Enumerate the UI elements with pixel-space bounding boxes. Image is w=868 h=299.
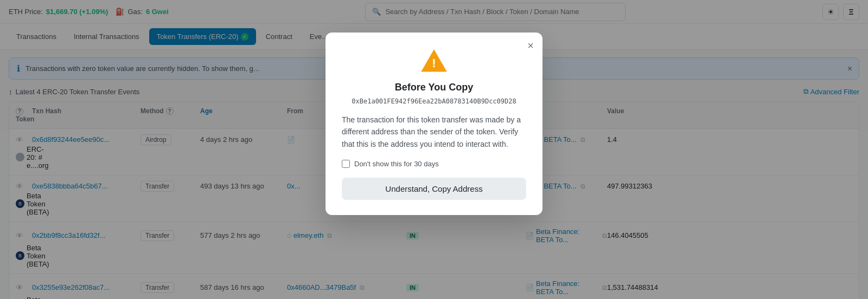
modal-overlay: × ! Before You Copy 0xBe1a001FE942f96Eea… — [0, 0, 868, 299]
modal-close-button[interactable]: × — [527, 40, 534, 51]
warning-icon-container: ! — [342, 49, 526, 74]
copy-warning-modal: × ! Before You Copy 0xBe1a001FE942f96Eea… — [326, 32, 542, 215]
dont-show-checkbox[interactable] — [342, 160, 350, 168]
dont-show-checkbox-container: Don't show this for 30 days — [342, 160, 526, 168]
modal-body: The transaction for this token transfer … — [342, 114, 526, 150]
modal-address: 0xBe1a001FE942f96Eea22bA08783140B9Dcc09D… — [342, 98, 526, 105]
dont-show-label[interactable]: Don't show this for 30 days — [354, 160, 439, 168]
svg-text:!: ! — [432, 56, 436, 70]
understand-copy-button[interactable]: Understand, Copy Address — [342, 178, 526, 200]
modal-title: Before You Copy — [342, 82, 526, 93]
warning-triangle-icon: ! — [420, 49, 448, 73]
